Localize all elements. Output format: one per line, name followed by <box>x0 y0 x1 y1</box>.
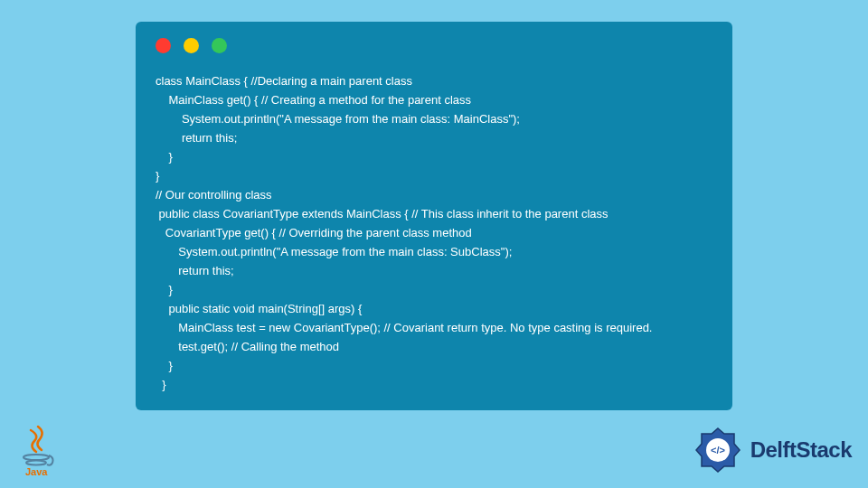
svg-text:</>: </> <box>711 445 725 455</box>
close-dot-icon <box>156 38 171 53</box>
delft-logo: </> DelftStack <box>693 425 852 475</box>
code-window: class MainClass { //Declaring a main par… <box>136 22 732 410</box>
window-dots <box>156 38 712 53</box>
svg-point-1 <box>26 461 46 465</box>
minimize-dot-icon <box>184 38 199 53</box>
java-label: Java <box>25 466 48 477</box>
delft-text: DelftStack <box>750 437 852 463</box>
delft-badge-icon: </> <box>693 425 743 475</box>
svg-point-0 <box>24 455 49 460</box>
code-content: class MainClass { //Declaring a main par… <box>156 71 712 394</box>
maximize-dot-icon <box>212 38 227 53</box>
java-logo-icon: Java <box>14 423 60 477</box>
